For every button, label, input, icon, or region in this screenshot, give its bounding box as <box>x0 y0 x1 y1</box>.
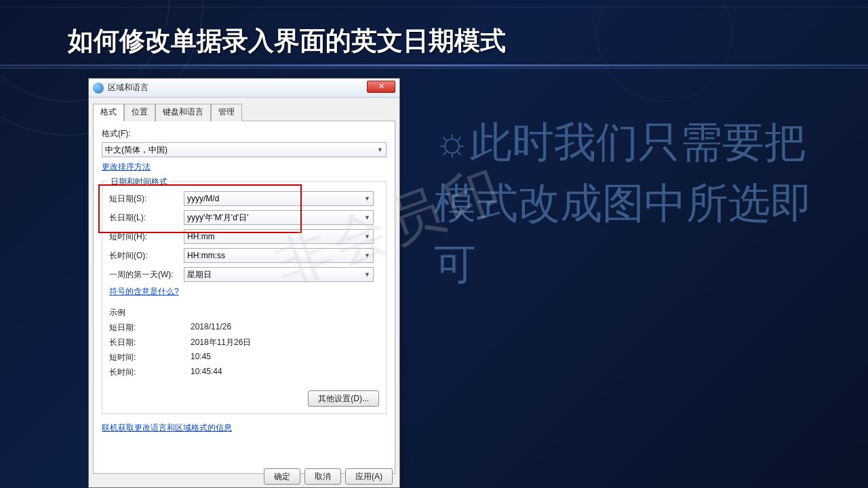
format-select[interactable]: 中文(简体，中国) ▼ <box>102 142 387 157</box>
region-language-dialog: 区域和语言 ✕ 格式 位置 键盘和语言 管理 格式(F): 中文(简体，中国) … <box>88 78 400 488</box>
side-explanation: ☼此时我们只需要把模式改成图中所选即可 <box>434 112 814 295</box>
example-long-time-label: 长时间: <box>109 367 191 378</box>
other-settings-button[interactable]: 其他设置(D)... <box>308 390 379 407</box>
title-rule <box>0 64 868 66</box>
datetime-format-group: 日期和时间格式 短日期(S): yyyy/M/d ▼ 长日期(L): yyyy'… <box>102 181 387 414</box>
chevron-down-icon: ▼ <box>364 252 370 259</box>
chevron-down-icon: ▼ <box>364 195 370 202</box>
first-day-row: 一周的第一天(W): 星期日 ▼ <box>109 267 379 282</box>
tab-location[interactable]: 位置 <box>124 104 155 121</box>
example-short-time-value: 10:45 <box>191 352 211 363</box>
first-day-label: 一周的第一天(W): <box>109 269 184 281</box>
sort-method-link[interactable]: 更改排序方法 <box>102 162 151 171</box>
title-rule-thin <box>0 68 868 68</box>
long-date-value: yyyy'年'M'月'd'日' <box>187 212 248 224</box>
tab-admin[interactable]: 管理 <box>211 104 242 121</box>
example-short-date-value: 2018/11/26 <box>191 322 231 333</box>
tab-strip: 格式 位置 键盘和语言 管理 <box>93 103 395 121</box>
example-long-date: 长日期: 2018年11月26日 <box>109 337 379 348</box>
side-explanation-text: 此时我们只需要把模式改成图中所选即可 <box>434 119 812 287</box>
long-time-combo[interactable]: HH:mm:ss ▼ <box>184 248 374 263</box>
short-date-combo[interactable]: yyyy/M/d ▼ <box>184 191 374 206</box>
symbol-meaning-link[interactable]: 符号的含意是什么? <box>109 287 179 296</box>
cancel-button[interactable]: 取消 <box>304 468 341 485</box>
apply-button[interactable]: 应用(A) <box>345 468 393 485</box>
long-date-label: 长日期(L): <box>109 212 184 224</box>
format-label: 格式(F): <box>102 128 387 140</box>
globe-icon <box>93 83 104 94</box>
example-long-date-label: 长日期: <box>109 337 191 348</box>
example-long-date-value: 2018年11月26日 <box>191 337 251 348</box>
short-date-value: yyyy/M/d <box>187 194 219 203</box>
dialog-footer: 确定 取消 应用(A) <box>264 468 393 485</box>
long-time-label: 长时间(O): <box>109 250 184 262</box>
first-day-combo[interactable]: 星期日 ▼ <box>184 267 374 282</box>
short-time-combo[interactable]: HH:mm ▼ <box>184 229 374 244</box>
close-button[interactable]: ✕ <box>367 81 395 93</box>
chevron-down-icon: ▼ <box>364 271 370 278</box>
chevron-down-icon: ▼ <box>364 214 370 221</box>
long-time-value: HH:mm:ss <box>187 251 225 260</box>
format-select-value: 中文(简体，中国) <box>105 144 167 156</box>
tab-body: 格式(F): 中文(简体，中国) ▼ 更改排序方法 日期和时间格式 短日期(S)… <box>93 121 395 474</box>
example-short-time: 短时间: 10:45 <box>109 352 379 363</box>
example-long-time-value: 10:45:44 <box>191 367 222 378</box>
example-short-date: 短日期: 2018/11/26 <box>109 322 379 333</box>
datetime-group-title: 日期和时间格式 <box>108 176 170 188</box>
online-info-link[interactable]: 联机获取更改语言和区域格式的信息 <box>102 423 232 432</box>
long-date-row: 长日期(L): yyyy'年'M'月'd'日' ▼ <box>109 210 379 225</box>
ok-button[interactable]: 确定 <box>264 468 300 485</box>
first-day-value: 星期日 <box>187 269 212 281</box>
chevron-down-icon: ▼ <box>364 233 370 240</box>
long-time-row: 长时间(O): HH:mm:ss ▼ <box>109 248 379 263</box>
long-date-combo[interactable]: yyyy'年'M'月'd'日' ▼ <box>184 210 374 225</box>
example-title: 示例 <box>109 307 379 319</box>
example-short-time-label: 短时间: <box>109 352 191 363</box>
dialog-titlebar[interactable]: 区域和语言 ✕ <box>89 79 399 98</box>
short-date-label: 短日期(S): <box>109 193 184 205</box>
tab-keyboard[interactable]: 键盘和语言 <box>155 104 211 121</box>
dialog-title: 区域和语言 <box>108 82 367 94</box>
short-time-row: 短时间(H): HH:mm ▼ <box>109 229 379 244</box>
chevron-down-icon: ▼ <box>377 146 383 153</box>
short-time-value: HH:mm <box>187 232 215 241</box>
example-short-date-label: 短日期: <box>109 322 191 333</box>
tab-format[interactable]: 格式 <box>93 104 124 121</box>
short-time-label: 短时间(H): <box>109 231 184 243</box>
sun-icon: ☼ <box>434 119 470 163</box>
short-date-row: 短日期(S): yyyy/M/d ▼ <box>109 191 379 206</box>
example-long-time: 长时间: 10:45:44 <box>109 367 379 378</box>
slide-title: 如何修改单据录入界面的英文日期模式 <box>68 24 506 58</box>
